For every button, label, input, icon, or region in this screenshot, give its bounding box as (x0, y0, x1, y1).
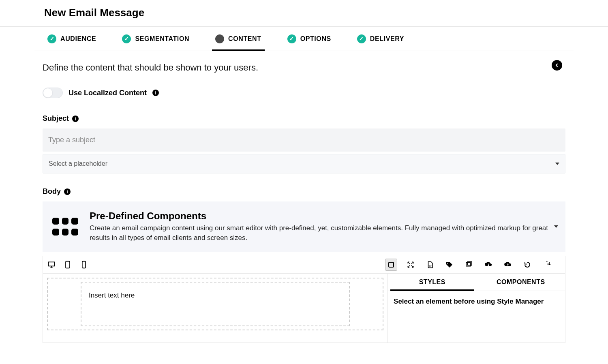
svg-point-2 (83, 267, 84, 268)
placeholder-select[interactable]: Select a placeholder (43, 154, 565, 173)
step-label: CONTENT (228, 35, 261, 43)
images-button[interactable] (463, 259, 475, 271)
step-segmentation[interactable]: ✓ SEGMENTATION (119, 27, 193, 51)
cloud-download-button[interactable] (482, 259, 495, 271)
grid-blocks-icon (52, 218, 78, 236)
info-icon[interactable]: i (72, 116, 79, 122)
predefined-components-card[interactable]: Pre-Defined Components Create an email c… (43, 201, 565, 252)
subject-input[interactable] (43, 128, 565, 152)
tab-components[interactable]: COMPONENTS (477, 274, 565, 291)
dot-icon (215, 34, 224, 43)
device-desktop-button[interactable] (47, 260, 56, 269)
tab-styles[interactable]: STYLES (388, 274, 476, 291)
placeholder-select-text: Select a placeholder (49, 160, 107, 167)
info-icon[interactable]: i (152, 90, 159, 96)
svg-rect-0 (66, 261, 70, 268)
tags-button[interactable] (443, 259, 456, 271)
svg-point-3 (447, 263, 448, 264)
step-label: AUDIENCE (60, 35, 96, 43)
editor-canvas[interactable]: Insert text here (47, 278, 383, 330)
chevron-left-icon (555, 63, 559, 67)
cloud-upload-button[interactable] (502, 259, 514, 271)
chevron-down-icon (554, 225, 558, 228)
step-delivery[interactable]: ✓ DELIVERY (354, 27, 407, 51)
step-audience[interactable]: ✓ AUDIENCE (44, 27, 99, 51)
step-label: OPTIONS (300, 35, 331, 43)
toggle-outline-button[interactable] (385, 259, 397, 271)
localized-content-label: Use Localized Content (69, 89, 147, 97)
page-title: New Email Message (34, 0, 574, 26)
svg-rect-4 (466, 262, 471, 266)
info-icon[interactable]: i (64, 188, 71, 195)
body-label: Body (43, 187, 61, 196)
step-content[interactable]: CONTENT (212, 27, 265, 51)
check-icon: ✓ (47, 34, 56, 43)
redo-button[interactable] (541, 259, 553, 271)
localized-content-toggle[interactable] (43, 88, 63, 98)
intro-text: Define the content that should be shown … (43, 62, 565, 73)
canvas-text-block[interactable]: Insert text here (81, 282, 350, 326)
pdc-description: Create an email campaign content using o… (90, 223, 556, 243)
subject-label: Subject (43, 114, 69, 123)
wizard-steps: ✓ AUDIENCE ✓ SEGMENTATION CONTENT ✓ OPTI… (34, 27, 574, 51)
check-icon: ✓ (357, 34, 366, 43)
fullscreen-button[interactable] (405, 259, 417, 271)
check-icon: ✓ (287, 34, 296, 43)
view-code-button[interactable] (424, 259, 436, 271)
toggle-knob (43, 88, 53, 98)
device-tablet-button[interactable] (63, 260, 72, 269)
pdc-title: Pre-Defined Components (90, 210, 556, 222)
step-label: SEGMENTATION (135, 35, 189, 43)
editor: Insert text here STYLES COMPONENTS Selec… (43, 256, 565, 343)
collapse-panel-button[interactable] (552, 60, 562, 71)
device-mobile-button[interactable] (79, 260, 88, 269)
step-options[interactable]: ✓ OPTIONS (284, 27, 334, 51)
chevron-down-icon (555, 163, 559, 165)
step-label: DELIVERY (370, 35, 404, 43)
svg-rect-5 (467, 261, 472, 265)
check-icon: ✓ (122, 34, 131, 43)
style-manager-message: Select an element before using Style Man… (388, 291, 565, 312)
undo-button[interactable] (521, 259, 533, 271)
